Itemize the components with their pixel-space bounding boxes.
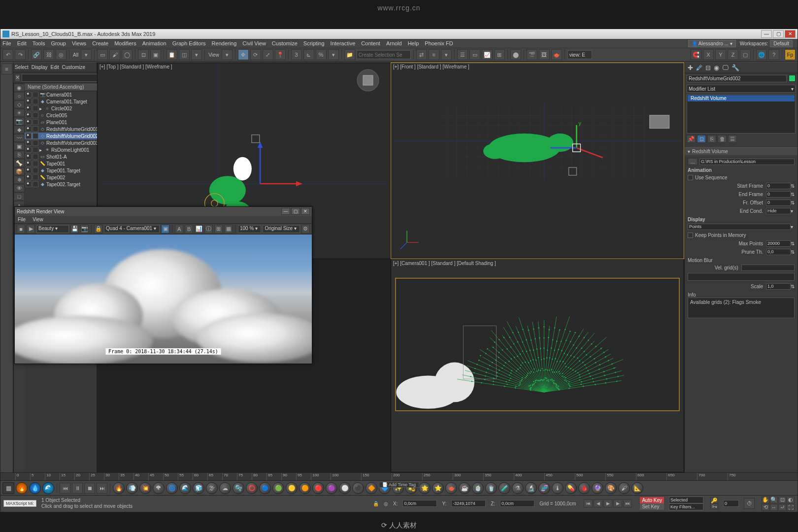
rollout-header[interactable]: ▾ Redshift Volume: [685, 148, 798, 155]
object-color-swatch[interactable]: [789, 75, 796, 82]
rv-a-icon[interactable]: A: [175, 225, 183, 233]
filter-spacewarps-icon[interactable]: 〰: [14, 134, 25, 142]
add-time-tag[interactable]: 📑 Add Time Tag: [379, 482, 419, 488]
setkey-toggle[interactable]: Set Key: [640, 503, 664, 510]
scene-menu-display[interactable]: Display: [32, 65, 48, 70]
filter-all[interactable]: All: [72, 52, 79, 58]
snap-button[interactable]: 3: [291, 49, 302, 60]
shelf-preset-icon[interactable]: 💨: [126, 482, 138, 494]
vp-zoom-extents-icon[interactable]: ⊡: [778, 497, 786, 503]
scene-item[interactable]: ▱Plane001: [25, 119, 99, 126]
maximize-button[interactable]: ▢: [773, 30, 784, 38]
rv-camera-select[interactable]: Quad 4 - Camera001 ▾: [104, 225, 160, 233]
shelf-preset-icon[interactable]: 🟡: [286, 482, 298, 494]
help-button[interactable]: ?: [768, 49, 779, 60]
shelf-ocean-icon[interactable]: 🌊: [42, 482, 54, 494]
scene-item[interactable]: ◆Tape002.Target: [25, 181, 99, 188]
start-frame-spinner[interactable]: [766, 183, 791, 189]
shelf-preset-icon[interactable]: ☁: [219, 482, 231, 494]
menu-animation[interactable]: Animation: [142, 40, 166, 46]
shelf-preset-icon[interactable]: 🟣: [326, 482, 337, 494]
layer-explorer-button[interactable]: ☰: [457, 49, 468, 60]
menu-interactive[interactable]: Interactive: [331, 40, 356, 46]
vp-orbit-icon[interactable]: ⟲: [762, 504, 769, 511]
scene-menu-select[interactable]: Select: [15, 65, 29, 70]
rv-b-icon[interactable]: B: [185, 225, 193, 233]
rotate-button[interactable]: ⟳: [250, 49, 261, 60]
play-last-icon[interactable]: ⏭: [97, 483, 107, 494]
x-coord-input[interactable]: [402, 500, 437, 507]
prev-frame-button[interactable]: ◀: [594, 499, 602, 507]
menu-create[interactable]: Create: [92, 40, 108, 46]
filter-container-icon[interactable]: 📦: [14, 167, 25, 175]
menu-tools[interactable]: Tools: [33, 40, 45, 46]
isolate-icon[interactable]: ◎: [384, 501, 388, 506]
constraints-x-button[interactable]: X: [703, 49, 714, 60]
key-big-icon[interactable]: 🗝: [710, 503, 718, 509]
filter-helpers-icon[interactable]: ◆: [14, 126, 25, 133]
prune-spinner[interactable]: [766, 249, 791, 255]
modifier-stack[interactable]: Redshift Volume: [687, 94, 796, 133]
shelf-preset-icon[interactable]: 🧊: [193, 482, 204, 494]
display-mode-select[interactable]: Points: [688, 224, 791, 230]
path-browse-button[interactable]: ...: [688, 158, 698, 165]
filter-hidden-icon[interactable]: 👁: [14, 184, 25, 192]
window-button[interactable]: ▣: [150, 49, 161, 60]
rv-menu-file[interactable]: File: [18, 217, 26, 222]
select-lasso-button[interactable]: ◯: [122, 49, 133, 60]
key-filters-button[interactable]: Key Filters...: [669, 503, 703, 510]
close-button[interactable]: ✕: [785, 30, 796, 38]
scene-item[interactable]: ◆Tape001.Target: [25, 167, 99, 174]
shelf-preset-icon[interactable]: 🫖: [445, 482, 457, 494]
shelf-preset-icon[interactable]: ☕: [459, 482, 470, 494]
play-first-icon[interactable]: ⏮: [60, 483, 70, 494]
rv-snapshot-icon[interactable]: 📷: [80, 225, 89, 233]
scene-item[interactable]: ◇RedshiftVolumeGrid001: [25, 126, 99, 133]
vp-pan-icon[interactable]: ✋: [762, 497, 769, 503]
shelf-preset-icon[interactable]: 🟢: [272, 482, 284, 494]
shelf-tool-icon[interactable]: ▦: [2, 482, 14, 494]
curve-editor-button[interactable]: 📈: [482, 49, 493, 60]
rv-save-icon[interactable]: 💾: [70, 225, 79, 233]
set-key-icon[interactable]: 🔑: [710, 498, 718, 503]
viewport-camera-label[interactable]: [+] [Camera001 ] [Standard ] [Default Sh…: [393, 261, 496, 266]
ref-coord-label[interactable]: View: [207, 52, 220, 58]
shelf-preset-icon[interactable]: 🌡: [552, 482, 564, 494]
scene-item[interactable]: ▭Shot01-A: [25, 153, 99, 160]
angle-snap-button[interactable]: ⊾: [303, 49, 314, 60]
filter-dummy-icon[interactable]: □: [14, 193, 25, 200]
remove-modifier-icon[interactable]: 🗑: [718, 135, 727, 143]
shelf-preset-icon[interactable]: ⭕: [246, 482, 258, 494]
menu-modifiers[interactable]: Modifiers: [114, 40, 136, 46]
rv-play-button[interactable]: ▶: [27, 225, 35, 233]
menu-rendering[interactable]: Rendering: [212, 40, 237, 46]
schematic-view-button[interactable]: ⊞: [494, 49, 505, 60]
object-name-field[interactable]: RedshiftVolumeGrid002: [687, 75, 787, 82]
filter-xrefs-icon[interactable]: ⎘: [14, 151, 25, 159]
rv-maximize-button[interactable]: ▢: [291, 208, 300, 215]
scene-item[interactable]: ▸☀RsDomeLight001: [25, 146, 99, 153]
path-field[interactable]: G:\RS in Production\Lesson: [699, 159, 795, 165]
scene-list-header[interactable]: Name (Sorted Ascending): [25, 83, 99, 91]
vp-maximize-icon[interactable]: ⛶: [787, 504, 795, 511]
shelf-preset-icon[interactable]: 🔥: [113, 482, 125, 494]
show-end-result-icon[interactable]: ⊡: [697, 135, 706, 143]
scene-item[interactable]: ▸○Circle002: [25, 105, 99, 112]
scene-item[interactable]: ○Circle005: [25, 112, 99, 119]
modify-tab-icon[interactable]: 🖉: [696, 64, 702, 71]
shelf-preset-icon[interactable]: 🟠: [299, 482, 311, 494]
magnet-button[interactable]: 🧲: [691, 49, 701, 60]
hierarchy-tab-icon[interactable]: ⊟: [705, 64, 711, 71]
spinner-snap-button[interactable]: ▾: [328, 49, 339, 60]
menu-scripting[interactable]: Scripting: [303, 40, 325, 46]
fp-button[interactable]: Fp: [785, 49, 796, 60]
shelf-preset-icon[interactable]: 🌊: [179, 482, 191, 494]
rv-region-icon[interactable]: ▣: [161, 225, 169, 233]
menu-help[interactable]: Help: [408, 40, 419, 46]
rv-checker-icon[interactable]: ▦: [224, 225, 233, 233]
rv-menu-view[interactable]: View: [33, 217, 43, 222]
shelf-preset-icon[interactable]: 💊: [565, 482, 577, 494]
render-production-button[interactable]: 🫖: [551, 49, 562, 60]
play-button[interactable]: ▶: [603, 499, 612, 507]
manage-sets-button[interactable]: 📁: [344, 49, 355, 60]
